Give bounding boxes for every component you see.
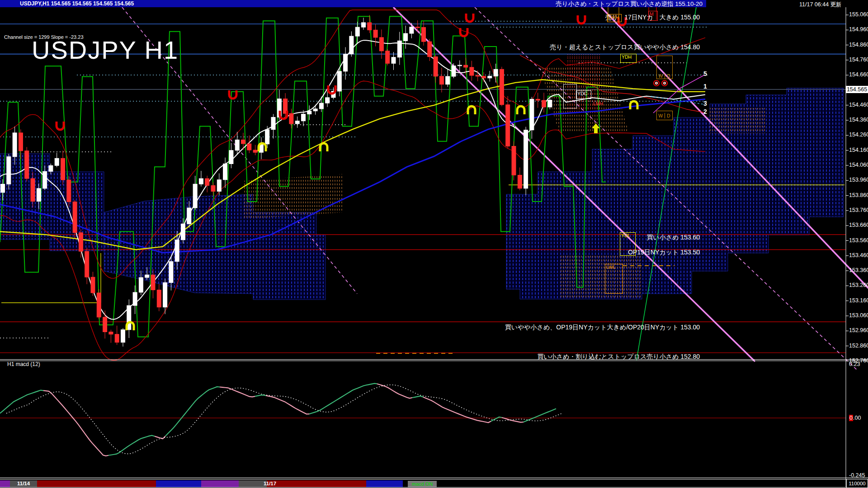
price-tick-label: 153.060 bbox=[849, 312, 868, 319]
line-endpoint-label: 1 bbox=[703, 83, 707, 90]
time-strip-segment[interactable] bbox=[403, 480, 845, 487]
chart-window: USDJPY,H1 154.565 154.565 154.565 154.56… bbox=[0, 0, 868, 488]
price-tick-label: 153.960 bbox=[849, 177, 868, 183]
window-title-bar[interactable]: USDJPY,H1 154.565 154.565 154.565 154.56… bbox=[0, 0, 706, 7]
trade-annotation: 買い小さめ・割り込むとストップロス売り小さめ 152.80 bbox=[537, 353, 700, 361]
time-strip-segment[interactable] bbox=[366, 480, 403, 487]
price-tick-label: 154.360 bbox=[849, 117, 868, 123]
buy-signal-icon bbox=[630, 101, 637, 109]
date-label: 11/14 bbox=[17, 481, 30, 486]
macd-signal-line bbox=[6, 385, 562, 454]
tag-box-ydc: YDC bbox=[576, 90, 591, 99]
sell-signal-icon bbox=[578, 15, 585, 23]
price-tick-label: 153.460 bbox=[849, 252, 868, 258]
price-tick-label: 154.660 bbox=[849, 71, 868, 78]
price-tick-label: 153.660 bbox=[849, 222, 868, 228]
chart-canvas[interactable] bbox=[0, 0, 868, 488]
price-tick-label: 153.860 bbox=[849, 192, 868, 198]
trade-annotation: 売り・超えるとストップロス買いやや小さめ 154.80 bbox=[550, 43, 700, 52]
macd-indicator-label: H1 macd (12) bbox=[7, 361, 40, 367]
current-price-tag: 154.565 bbox=[846, 86, 868, 93]
price-tick-label: 154.960 bbox=[849, 26, 868, 33]
price-tick-label: 155.060 bbox=[849, 11, 868, 18]
line-endpoint-label: 5 bbox=[703, 70, 707, 77]
trade-annotation: 買い小さめ 153.60 bbox=[646, 234, 700, 242]
macd-scale-top: 0.23 bbox=[849, 361, 860, 367]
volume-scale-label: 110000 bbox=[846, 479, 868, 488]
time-strip-segment[interactable] bbox=[201, 480, 239, 487]
sell-signal-icon bbox=[57, 122, 64, 130]
buy-signal-icon bbox=[517, 106, 524, 114]
trade-annotation: 買いやや小さめ、OP19日NYカット大きめ/OP20日NYカット 153.00 bbox=[505, 324, 700, 332]
macd-scale-bottom: -0.245 bbox=[849, 472, 865, 479]
window-title: USDJPY,H1 154.565 154.565 154.565 154.56… bbox=[0, 0, 134, 7]
price-tick-label: 154.460 bbox=[849, 102, 868, 108]
update-timestamp: 11/17 06:44 更新 bbox=[799, 1, 842, 9]
tag-box-ydh: YDH bbox=[620, 54, 637, 63]
buy-signal-icon bbox=[468, 106, 475, 114]
price-tick-label: 153.260 bbox=[849, 282, 868, 288]
axis-ticks bbox=[846, 15, 849, 361]
kumo-cloud bbox=[0, 54, 844, 300]
tag-box-m: M bbox=[648, 11, 658, 21]
tag-box-ydl: YDL bbox=[620, 232, 636, 256]
channel-info-label: Channel size = 1299 Slope = -23.23 bbox=[4, 34, 84, 40]
buy-signal-icon bbox=[320, 143, 327, 151]
sell-signal-icon bbox=[460, 28, 467, 36]
price-tick-label: 154.060 bbox=[849, 162, 868, 168]
macd-zero-tag: 0.00 bbox=[849, 415, 861, 421]
macd-on-button[interactable]: macd ON bbox=[408, 481, 437, 487]
price-tick-label: 154.260 bbox=[849, 131, 868, 138]
price-tick-label: 153.360 bbox=[849, 267, 868, 273]
sell-signal-icon bbox=[466, 14, 473, 22]
marker-box bbox=[563, 84, 577, 108]
price-tick-label: 154.160 bbox=[849, 147, 868, 153]
line-endpoint-label: 2 bbox=[703, 108, 707, 115]
price-tick-label: 153.560 bbox=[849, 237, 868, 244]
time-strip-segment[interactable] bbox=[267, 480, 366, 487]
tag-box-lmh: LMH bbox=[592, 101, 606, 107]
time-strip-segment[interactable] bbox=[37, 480, 156, 487]
price-tick-label: 154.760 bbox=[849, 56, 868, 63]
date-label: 11/17 bbox=[264, 481, 276, 486]
time-strip-segment[interactable] bbox=[239, 480, 267, 487]
price-tick-label: 153.760 bbox=[849, 207, 868, 213]
time-strip-segment[interactable] bbox=[0, 480, 10, 487]
wd-box: WD bbox=[656, 56, 673, 79]
price-tick-label: 154.860 bbox=[849, 42, 868, 48]
price-tick-label: 152.960 bbox=[849, 327, 868, 333]
tag-box-lwh: LWH bbox=[607, 14, 622, 22]
price-tick-label: 152.860 bbox=[849, 343, 868, 349]
time-strip-segment[interactable] bbox=[156, 480, 201, 487]
wd-box: WD bbox=[656, 111, 673, 120]
order-note-overlay: 売り小さめ・ストップロス買い小さめ逆指 155.10-20 bbox=[556, 0, 703, 7]
tag-box-lwl: LWL bbox=[605, 264, 623, 294]
trade-annotation: OP19日NYカット 153.50 bbox=[628, 249, 700, 257]
macd-pane bbox=[0, 384, 846, 456]
line-endpoint-label: 3 bbox=[703, 100, 707, 107]
price-tick-label: 153.160 bbox=[849, 297, 868, 304]
